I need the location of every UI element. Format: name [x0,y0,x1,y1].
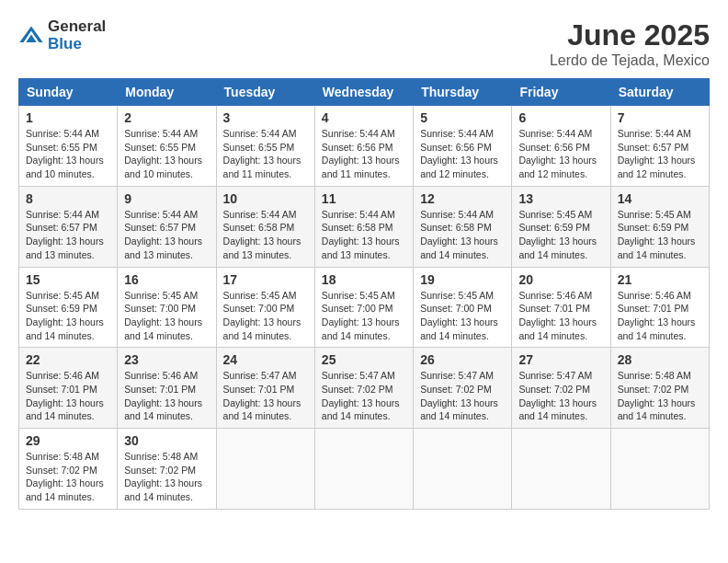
calendar-week-3: 15Sunrise: 5:45 AM Sunset: 6:59 PM Dayli… [19,267,710,348]
day-info: Sunrise: 5:48 AM Sunset: 7:02 PM Dayligh… [618,369,702,423]
day-info: Sunrise: 5:47 AM Sunset: 7:02 PM Dayligh… [518,369,603,423]
header-tuesday: Tuesday [216,79,314,106]
calendar-cell: 24Sunrise: 5:47 AM Sunset: 7:01 PM Dayli… [216,348,314,429]
day-info: Sunrise: 5:44 AM Sunset: 6:57 PM Dayligh… [618,127,702,181]
month-year: June 2025 [550,18,710,52]
day-number: 2 [124,110,209,125]
calendar-cell: 20Sunrise: 5:46 AM Sunset: 7:01 PM Dayli… [512,267,610,348]
day-info: Sunrise: 5:47 AM Sunset: 7:02 PM Dayligh… [322,369,406,423]
calendar-cell: 30Sunrise: 5:48 AM Sunset: 7:02 PM Dayli… [118,429,216,510]
calendar-cell [414,429,512,510]
calendar-cell: 23Sunrise: 5:46 AM Sunset: 7:01 PM Dayli… [118,348,216,429]
calendar-cell: 14Sunrise: 5:45 AM Sunset: 6:59 PM Dayli… [610,186,709,267]
day-info: Sunrise: 5:44 AM Sunset: 6:56 PM Dayligh… [518,127,603,181]
calendar-table: SundayMondayTuesdayWednesdayThursdayFrid… [18,78,710,510]
calendar-cell: 4Sunrise: 5:44 AM Sunset: 6:56 PM Daylig… [314,106,413,187]
day-number: 22 [26,352,110,367]
day-info: Sunrise: 5:46 AM Sunset: 7:01 PM Dayligh… [518,289,603,343]
day-number: 30 [124,433,209,448]
location: Lerdo de Tejada, Mexico [550,52,710,69]
calendar-cell: 1Sunrise: 5:44 AM Sunset: 6:55 PM Daylig… [19,106,118,187]
day-number: 8 [26,191,110,206]
calendar-cell: 16Sunrise: 5:45 AM Sunset: 7:00 PM Dayli… [118,267,216,348]
day-number: 19 [420,272,505,287]
calendar-cell: 3Sunrise: 5:44 AM Sunset: 6:55 PM Daylig… [216,106,314,187]
calendar-cell: 26Sunrise: 5:47 AM Sunset: 7:02 PM Dayli… [414,348,512,429]
day-info: Sunrise: 5:45 AM Sunset: 6:59 PM Dayligh… [518,208,603,262]
day-number: 9 [124,191,209,206]
day-info: Sunrise: 5:46 AM Sunset: 7:01 PM Dayligh… [26,369,110,423]
calendar-cell: 10Sunrise: 5:44 AM Sunset: 6:58 PM Dayli… [216,186,314,267]
day-number: 27 [518,352,603,367]
header-sunday: Sunday [19,79,118,106]
day-number: 21 [618,272,702,287]
calendar-cell: 2Sunrise: 5:44 AM Sunset: 6:55 PM Daylig… [118,106,216,187]
calendar-week-1: 1Sunrise: 5:44 AM Sunset: 6:55 PM Daylig… [19,106,710,187]
day-number: 3 [223,110,308,125]
day-number: 12 [420,191,505,206]
day-info: Sunrise: 5:44 AM Sunset: 6:56 PM Dayligh… [322,127,406,181]
day-number: 24 [223,352,308,367]
calendar-cell: 8Sunrise: 5:44 AM Sunset: 6:57 PM Daylig… [19,186,118,267]
calendar-cell: 29Sunrise: 5:48 AM Sunset: 7:02 PM Dayli… [19,429,118,510]
day-number: 15 [26,272,110,287]
day-number: 4 [322,110,406,125]
day-info: Sunrise: 5:44 AM Sunset: 6:55 PM Dayligh… [223,127,308,181]
logo-text: General Blue [48,18,106,52]
day-number: 18 [322,272,406,287]
day-number: 13 [518,191,603,206]
calendar-cell: 13Sunrise: 5:45 AM Sunset: 6:59 PM Dayli… [512,186,610,267]
calendar-cell: 21Sunrise: 5:46 AM Sunset: 7:01 PM Dayli… [610,267,709,348]
day-info: Sunrise: 5:44 AM Sunset: 6:56 PM Dayligh… [420,127,505,181]
calendar-cell: 6Sunrise: 5:44 AM Sunset: 6:56 PM Daylig… [512,106,610,187]
header-friday: Friday [512,79,610,106]
calendar-cell: 9Sunrise: 5:44 AM Sunset: 6:57 PM Daylig… [118,186,216,267]
day-number: 29 [26,433,110,448]
calendar-cell: 27Sunrise: 5:47 AM Sunset: 7:02 PM Dayli… [512,348,610,429]
calendar-cell: 25Sunrise: 5:47 AM Sunset: 7:02 PM Dayli… [314,348,413,429]
day-info: Sunrise: 5:44 AM Sunset: 6:58 PM Dayligh… [322,208,406,262]
day-number: 7 [618,110,702,125]
day-info: Sunrise: 5:45 AM Sunset: 6:59 PM Dayligh… [618,208,702,262]
calendar-cell [216,429,314,510]
calendar-cell: 15Sunrise: 5:45 AM Sunset: 6:59 PM Dayli… [19,267,118,348]
day-info: Sunrise: 5:48 AM Sunset: 7:02 PM Dayligh… [26,450,110,504]
day-number: 1 [26,110,110,125]
calendar-cell [512,429,610,510]
page-header: General Blue June 2025 Lerdo de Tejada, … [18,18,710,69]
day-info: Sunrise: 5:46 AM Sunset: 7:01 PM Dayligh… [618,289,702,343]
day-info: Sunrise: 5:45 AM Sunset: 7:00 PM Dayligh… [124,289,209,343]
header-saturday: Saturday [610,79,709,106]
header-thursday: Thursday [414,79,512,106]
logo-icon [18,23,44,49]
day-number: 14 [618,191,702,206]
day-info: Sunrise: 5:45 AM Sunset: 6:59 PM Dayligh… [26,289,110,343]
calendar-week-5: 29Sunrise: 5:48 AM Sunset: 7:02 PM Dayli… [19,429,710,510]
calendar-cell [314,429,413,510]
day-info: Sunrise: 5:44 AM Sunset: 6:57 PM Dayligh… [124,208,209,262]
day-info: Sunrise: 5:44 AM Sunset: 6:57 PM Dayligh… [26,208,110,262]
logo-blue: Blue [48,36,106,53]
day-number: 5 [420,110,505,125]
day-info: Sunrise: 5:48 AM Sunset: 7:02 PM Dayligh… [124,450,209,504]
day-info: Sunrise: 5:46 AM Sunset: 7:01 PM Dayligh… [124,369,209,423]
calendar-cell: 22Sunrise: 5:46 AM Sunset: 7:01 PM Dayli… [19,348,118,429]
logo-general: General [48,18,106,36]
calendar-cell: 17Sunrise: 5:45 AM Sunset: 7:00 PM Dayli… [216,267,314,348]
day-number: 6 [518,110,603,125]
calendar-header-row: SundayMondayTuesdayWednesdayThursdayFrid… [19,79,710,106]
day-number: 28 [618,352,702,367]
day-number: 23 [124,352,209,367]
calendar-cell: 7Sunrise: 5:44 AM Sunset: 6:57 PM Daylig… [610,106,709,187]
day-info: Sunrise: 5:45 AM Sunset: 7:00 PM Dayligh… [420,289,505,343]
calendar-cell [610,429,709,510]
calendar-cell: 18Sunrise: 5:45 AM Sunset: 7:00 PM Dayli… [314,267,413,348]
day-info: Sunrise: 5:44 AM Sunset: 6:55 PM Dayligh… [124,127,209,181]
calendar-cell: 5Sunrise: 5:44 AM Sunset: 6:56 PM Daylig… [414,106,512,187]
header-wednesday: Wednesday [314,79,413,106]
calendar-cell: 12Sunrise: 5:44 AM Sunset: 6:58 PM Dayli… [414,186,512,267]
calendar-week-2: 8Sunrise: 5:44 AM Sunset: 6:57 PM Daylig… [19,186,710,267]
day-info: Sunrise: 5:44 AM Sunset: 6:58 PM Dayligh… [223,208,308,262]
title-block: June 2025 Lerdo de Tejada, Mexico [550,18,710,69]
header-monday: Monday [118,79,216,106]
